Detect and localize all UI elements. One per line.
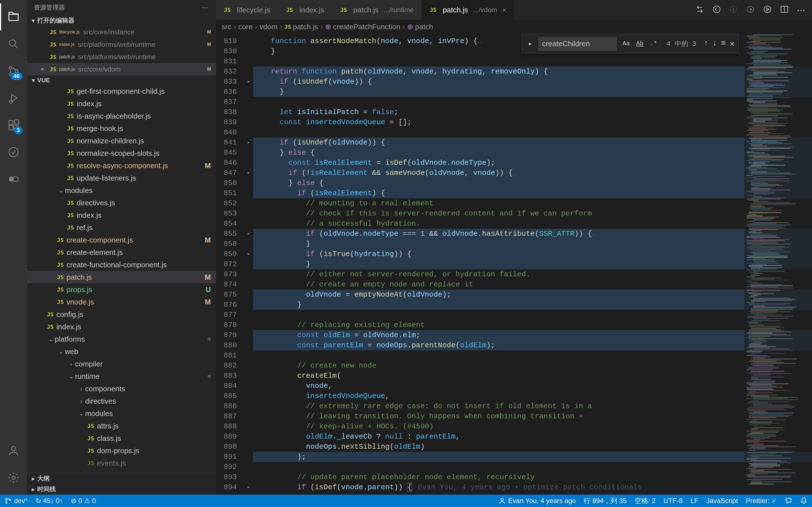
status-indent[interactable]: 空格: 2 bbox=[635, 496, 656, 505]
debug-icon[interactable] bbox=[0, 84, 27, 112]
find-selection-icon[interactable]: ≡ bbox=[721, 39, 726, 48]
code-line[interactable] bbox=[253, 97, 812, 107]
search-icon[interactable] bbox=[0, 31, 27, 57]
code-line[interactable]: // update parent placeholder node elemen… bbox=[253, 472, 812, 482]
breadcrumb-item[interactable]: src bbox=[221, 22, 232, 31]
masks-icon[interactable] bbox=[0, 166, 27, 193]
file-item[interactable]: JSdom-props.js bbox=[27, 445, 216, 457]
find-regex-icon[interactable]: .* bbox=[648, 39, 659, 49]
editor-tab[interactable]: JS index.js bbox=[278, 0, 333, 20]
file-item[interactable]: JSresolve-async-component.jsM bbox=[27, 159, 216, 172]
code-line[interactable]: // either not server-rendered, or hydrat… bbox=[253, 269, 812, 279]
more-icon[interactable]: ⋯ bbox=[797, 5, 805, 15]
breadcrumb-item[interactable]: ⊕patch bbox=[407, 22, 433, 31]
timeline-header[interactable]: ▸时间线 bbox=[27, 484, 216, 495]
run-icon[interactable] bbox=[763, 5, 772, 15]
close-icon[interactable]: × bbox=[502, 6, 506, 14]
file-item[interactable]: JSmerge-hook.js bbox=[27, 122, 216, 135]
code-line[interactable]: if (isUndef(vnode)) {… bbox=[253, 76, 812, 87]
code-line[interactable]: // create an empty node and replace it bbox=[253, 279, 812, 290]
file-item[interactable]: JSconfig.js bbox=[27, 308, 216, 321]
file-item[interactable]: JSpatch.jsM bbox=[27, 271, 216, 283]
code-line[interactable]: vnode, bbox=[253, 381, 812, 391]
folder-item[interactable]: ⌄modules bbox=[27, 407, 216, 420]
code-line[interactable]: ); bbox=[253, 452, 812, 462]
code-line[interactable] bbox=[253, 56, 812, 66]
file-item[interactable]: JScreate-element.js bbox=[27, 246, 216, 259]
code-line[interactable]: // leaving transition. Only happens when… bbox=[253, 411, 812, 421]
status-branch[interactable]: dev* bbox=[4, 497, 28, 505]
code-line[interactable]: if (isUndef(oldVnode)) {… bbox=[253, 137, 812, 148]
file-item[interactable]: JSprops.jsU bbox=[27, 283, 216, 296]
code-line[interactable]: const insertedVnodeQueue = []; bbox=[253, 117, 812, 127]
close-icon[interactable]: × bbox=[41, 66, 47, 73]
code-line[interactable]: const parentElm = nodeOps.parentNode(old… bbox=[253, 340, 812, 350]
breadcrumb-item[interactable]: ⊕createPatchFunction bbox=[325, 22, 400, 31]
status-feedback-icon[interactable] bbox=[785, 496, 792, 505]
code-line[interactable]: } else { bbox=[253, 178, 812, 188]
find-case-icon[interactable]: Aa bbox=[620, 39, 632, 49]
file-item[interactable]: JSattrs.js bbox=[27, 420, 216, 432]
code-line[interactable]: oldVnode = emptyNodeAt(oldVnode); bbox=[253, 290, 812, 300]
code-line[interactable]: createElm( bbox=[253, 371, 812, 381]
code-line[interactable] bbox=[253, 310, 812, 320]
breadcrumb-item[interactable]: vdom bbox=[260, 22, 278, 31]
status-blame[interactable]: Evan You, 4 years ago bbox=[499, 496, 576, 505]
find-next-icon[interactable]: ↓ bbox=[712, 39, 717, 48]
settings-icon[interactable] bbox=[0, 464, 27, 491]
file-item[interactable]: JSdirectives.js bbox=[27, 196, 216, 209]
status-eol[interactable]: LF bbox=[691, 496, 698, 505]
split-icon[interactable] bbox=[780, 5, 789, 15]
code-line[interactable]: // replacing existing element bbox=[253, 320, 812, 330]
status-cursor[interactable]: 行 894，列 35 bbox=[583, 496, 626, 505]
code-line[interactable]: if (!isRealElement && sameVnode(oldVnode… bbox=[253, 168, 812, 178]
code-line[interactable]: } bbox=[253, 239, 812, 249]
code-line[interactable]: if (oldVnode.nodeType === 1 && oldVnode.… bbox=[253, 229, 812, 239]
status-bell-icon[interactable] bbox=[800, 496, 808, 505]
code-line[interactable]: // keep-alive + HOCs. (#4590) bbox=[253, 421, 812, 432]
file-item[interactable]: JSis-async-placeholder.js bbox=[27, 110, 216, 122]
code-line[interactable] bbox=[253, 350, 812, 360]
status-encoding[interactable]: UTF-8 bbox=[663, 496, 682, 505]
status-lang[interactable]: JavaScript bbox=[706, 496, 738, 505]
code-line[interactable]: // check if this is server-rendered cont… bbox=[253, 209, 812, 219]
folder-item[interactable]: ⌄runtime bbox=[27, 370, 216, 383]
code-line[interactable]: } bbox=[253, 259, 812, 269]
workspace-header[interactable]: ▾VUE bbox=[27, 75, 216, 85]
open-editor-item[interactable]: JS lifecycle.js src/core/instance M bbox=[27, 26, 216, 38]
file-item[interactable]: JScreate-component.jsM bbox=[27, 234, 216, 246]
code-line[interactable]: } bbox=[253, 87, 812, 97]
folder-item[interactable]: ⌄modules bbox=[27, 184, 216, 196]
editor-tab[interactable]: JS patch.js .../runtime bbox=[333, 0, 422, 20]
folder-item[interactable]: ⌄platforms bbox=[27, 333, 216, 345]
code-line[interactable]: if (isDef(vnode.parent)) {Evan You, 4 ye… bbox=[253, 482, 812, 492]
explorer-icon[interactable] bbox=[0, 3, 27, 31]
minimap[interactable] bbox=[744, 34, 812, 495]
code-line[interactable]: // create new node bbox=[253, 360, 812, 371]
diff-prev-icon[interactable] bbox=[712, 5, 721, 15]
open-editors-header[interactable]: ▾打开的编辑器 bbox=[27, 15, 216, 26]
code-line[interactable]: const oldElm = oldVnode.elm; bbox=[253, 330, 812, 340]
outline-header[interactable]: ▸大纲 bbox=[27, 473, 216, 484]
find-close-icon[interactable]: ✕ bbox=[730, 39, 734, 48]
file-item[interactable]: JSnormalize-children.js bbox=[27, 135, 216, 147]
open-editor-item[interactable]: × JS patch.js src/core/vdom M bbox=[27, 63, 216, 75]
find-word-icon[interactable]: Ab bbox=[634, 39, 645, 49]
file-item[interactable]: JSvnode.jsM bbox=[27, 296, 216, 308]
file-item[interactable]: JSindex.js bbox=[27, 321, 216, 333]
status-sync[interactable]: ↻ 45↓ 0↑ bbox=[36, 497, 63, 505]
code-line[interactable]: // a successful hydration. bbox=[253, 219, 812, 229]
status-problems[interactable]: ⊘ 0 ⚠ 0 bbox=[71, 497, 96, 505]
open-editor-item[interactable]: JS index.js src/platforms/web/runtime M bbox=[27, 38, 216, 51]
file-item[interactable]: JSref.js bbox=[27, 221, 216, 234]
status-prettier[interactable]: Prettier: ✓ bbox=[746, 496, 777, 505]
folder-item[interactable]: ›components bbox=[27, 383, 216, 395]
folder-item[interactable]: ›compiler bbox=[27, 358, 216, 370]
code-line[interactable]: let isInitialPatch = false; bbox=[253, 107, 812, 117]
file-item[interactable]: JSclass.js bbox=[27, 432, 216, 445]
editor-tab[interactable]: JS lifecycle.js bbox=[216, 0, 278, 20]
code-line[interactable] bbox=[253, 462, 812, 472]
file-item[interactable]: JSget-first-component-child.js bbox=[27, 85, 216, 98]
breadcrumb-item[interactable]: core bbox=[238, 22, 253, 31]
folder-item[interactable]: ⌄web bbox=[27, 345, 216, 358]
